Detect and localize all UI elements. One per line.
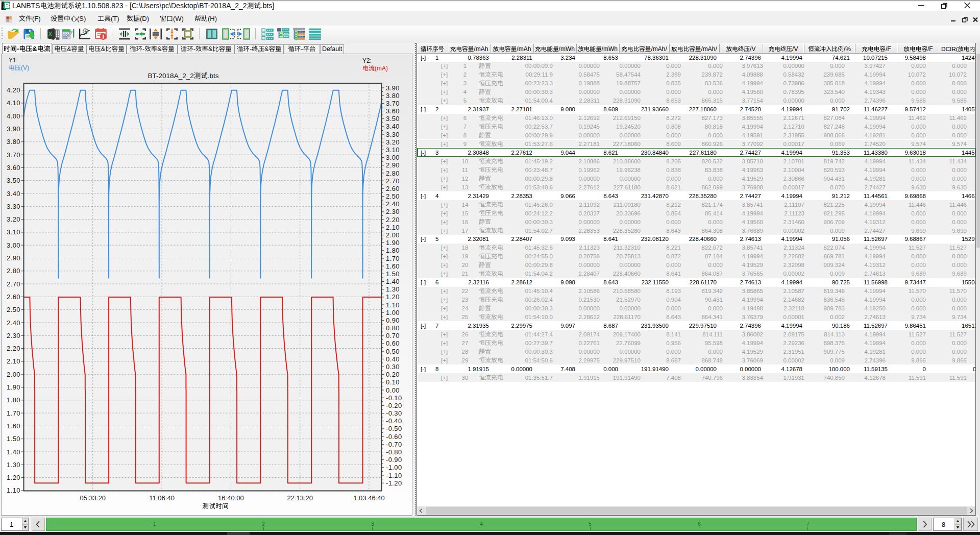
svg-text:909.783: 909.783: [823, 305, 845, 311]
svg-text:19: 19: [462, 253, 469, 259]
svg-text:0.000: 0.000: [952, 63, 967, 69]
svg-text:9.689: 9.689: [911, 271, 926, 277]
svg-text:4.19994: 4.19994: [742, 80, 763, 86]
svg-text:0.00000: 0.00000: [619, 63, 641, 69]
svg-text:[+]: [+]: [441, 245, 448, 251]
svg-text:0.000: 0.000: [911, 132, 926, 138]
svg-text:01:45:26.0: 01:45:26.0: [525, 202, 553, 208]
svg-text:0.78363: 0.78363: [468, 55, 489, 61]
svg-text:00:24:55.0: 00:24:55.0: [525, 253, 553, 259]
svg-text:[+]: [+]: [441, 271, 448, 277]
svg-text:3.234: 3.234: [560, 55, 575, 61]
svg-text:00:00:29.9: 00:00:29.9: [525, 132, 553, 138]
svg-text:100.000: 100.000: [828, 366, 850, 372]
svg-text:29: 29: [462, 357, 469, 363]
svg-text:[-]: [-]: [421, 106, 426, 112]
svg-text:3.77154: 3.77154: [742, 98, 763, 104]
svg-text:2.29975: 2.29975: [511, 323, 532, 329]
svg-text:11.527: 11.527: [949, 245, 967, 251]
svg-text:4.19994: 4.19994: [742, 297, 763, 303]
svg-text:[+]: [+]: [441, 89, 448, 95]
svg-text:9.699: 9.699: [911, 228, 926, 234]
svg-text:4.19498: 4.19498: [742, 305, 763, 311]
svg-text:15297.3: 15297.3: [962, 236, 975, 242]
svg-text:9.63018: 9.63018: [904, 150, 926, 156]
svg-text:5: 5: [589, 521, 592, 527]
svg-text:4.19994: 4.19994: [781, 236, 802, 242]
svg-text:9.689: 9.689: [952, 271, 967, 277]
svg-text:[+]: [+]: [441, 132, 448, 138]
svg-text:0: 0: [923, 366, 926, 372]
svg-text:8.643: 8.643: [603, 193, 618, 199]
svg-text:9.066: 9.066: [560, 193, 575, 199]
svg-text:11.46227: 11.46227: [864, 106, 888, 112]
svg-text:827.173: 827.173: [701, 115, 723, 121]
svg-text:[+]: [+]: [441, 297, 448, 303]
svg-text:2.74396: 2.74396: [740, 55, 761, 61]
svg-text:01:54:50.6: 01:54:50.6: [525, 357, 553, 363]
svg-text:0.000: 0.000: [666, 262, 681, 268]
svg-text:00:00:09.9: 00:00:09.9: [525, 63, 553, 69]
svg-text:0.00000: 0.00000: [578, 63, 600, 69]
svg-text:9.865: 9.865: [911, 357, 926, 363]
svg-text:0.58432: 0.58432: [783, 71, 804, 78]
svg-text:16: 16: [462, 219, 469, 225]
svg-text:1.91931: 1.91931: [783, 375, 804, 381]
svg-text:2.74427: 2.74427: [740, 150, 761, 156]
svg-text:0.000: 0.000: [911, 253, 926, 259]
svg-text:0.00000: 0.00000: [511, 366, 532, 372]
svg-text:0.000: 0.000: [666, 89, 681, 95]
svg-text:0.000: 0.000: [708, 219, 723, 225]
svg-text:83.536: 83.536: [705, 80, 723, 86]
svg-text:820.593: 820.593: [823, 167, 845, 173]
svg-text:4.19994: 4.19994: [864, 167, 886, 173]
svg-text:860.926: 860.926: [701, 141, 723, 147]
svg-text:323.540: 323.540: [823, 89, 845, 95]
svg-text:4.19994: 4.19994: [781, 55, 802, 61]
svg-text:11.570: 11.570: [949, 288, 967, 294]
svg-text:[+]: [+]: [441, 124, 448, 130]
svg-text:4.19250: 4.19250: [864, 305, 886, 311]
svg-text:227.61180: 227.61180: [689, 150, 717, 156]
svg-text:0.070: 0.070: [830, 184, 845, 190]
svg-text:2.32118: 2.32118: [783, 305, 804, 311]
svg-text:232.11550: 232.11550: [641, 279, 669, 285]
svg-text:9.080: 9.080: [560, 106, 575, 112]
svg-text:[+]: [+]: [441, 210, 448, 216]
svg-text:8.643: 8.643: [666, 314, 681, 320]
svg-text:11: 11: [462, 167, 468, 173]
svg-text:[+]: [+]: [441, 63, 448, 69]
svg-text:239.872: 239.872: [701, 71, 723, 78]
svg-text:8.141: 8.141: [666, 331, 681, 337]
svg-text:0.000: 0.000: [666, 305, 681, 311]
svg-text:0.00000: 0.00000: [619, 132, 641, 138]
svg-text:0.00000: 0.00000: [695, 366, 717, 372]
svg-text:0.00017: 0.00017: [783, 184, 804, 190]
svg-text:3: 3: [463, 80, 467, 86]
svg-text:210.58580: 210.58580: [613, 288, 641, 294]
svg-text:0.000: 0.000: [952, 349, 967, 355]
svg-text:14249.3: 14249.3: [962, 55, 975, 61]
svg-text:3.76069: 3.76069: [742, 357, 763, 363]
svg-text:74.621: 74.621: [832, 55, 850, 61]
svg-text:11.434: 11.434: [949, 158, 967, 164]
svg-text:0.00000: 0.00000: [783, 98, 804, 104]
svg-text:10: 10: [462, 158, 469, 164]
svg-text:11.434: 11.434: [909, 158, 926, 164]
svg-text:23: 23: [462, 297, 469, 303]
svg-text:827.084: 827.084: [823, 115, 845, 121]
svg-text:819.742: 819.742: [823, 158, 845, 164]
svg-text:0.00002: 0.00002: [783, 357, 804, 363]
svg-text:8.205: 8.205: [666, 158, 681, 164]
svg-text:2.74427: 2.74427: [864, 184, 886, 190]
svg-text:906.709: 906.709: [823, 219, 845, 225]
svg-text:24: 24: [462, 305, 469, 311]
svg-text:[-]: [-]: [421, 279, 426, 285]
svg-text:0.000: 0.000: [666, 132, 681, 138]
svg-text:X: X: [48, 31, 53, 38]
svg-text:8.641: 8.641: [603, 236, 618, 242]
svg-text:4.19994: 4.19994: [742, 253, 763, 259]
svg-text:0.00000: 0.00000: [578, 305, 600, 311]
svg-text:00:29:11.9: 00:29:11.9: [525, 71, 553, 78]
svg-text:239.685: 239.685: [823, 71, 845, 78]
